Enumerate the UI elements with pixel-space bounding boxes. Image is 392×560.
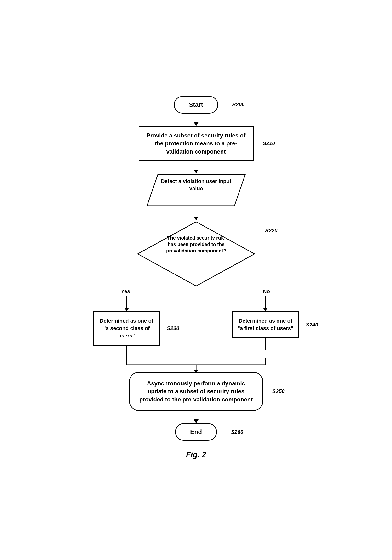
diagram-container: Start S200 Provide a subset of security … — [64, 82, 328, 479]
arrow-4 — [194, 411, 198, 423]
s220-label: S220 — [265, 228, 277, 234]
end-node: End — [175, 423, 217, 441]
merge-lines — [88, 358, 304, 372]
s250-label: S250 — [272, 388, 284, 394]
no-label: No — [263, 288, 270, 295]
yes-arrow: Yes — [121, 288, 132, 311]
s250-node: Asynchronously perform a dynamic update … — [129, 372, 263, 411]
detect-wrap: Detect a violation user input value — [146, 173, 246, 208]
s210-wrap: Provide a subset of security rules of th… — [139, 126, 254, 161]
no-arrow: No — [261, 288, 270, 311]
arrow-1 — [194, 113, 198, 126]
s260-label: S260 — [231, 429, 243, 435]
branch-section: Yes Determined as one of "a second class… — [88, 288, 304, 357]
merge-svg — [88, 358, 304, 372]
diamond-wrap: The violated security rule has been prov… — [136, 220, 256, 288]
diamond-text: The violated security rule has been prov… — [163, 235, 230, 254]
detect-text: Detect a violation user input value — [156, 176, 237, 192]
yes-label: Yes — [121, 288, 130, 295]
s210-node: Provide a subset of security rules of th… — [139, 126, 254, 161]
s250-wrap: Asynchronously perform a dynamic update … — [129, 372, 263, 411]
arrow-2 — [194, 161, 198, 173]
s240-node: Determined as one of "a first class of u… — [232, 311, 299, 338]
s240-label: S240 — [306, 322, 318, 328]
figure-label: Fig. 2 — [186, 450, 206, 459]
diamond-svg: The violated security rule has been prov… — [136, 220, 256, 287]
start-node: Start — [174, 96, 218, 113]
arrow-3 — [194, 208, 198, 220]
end-wrap: End S260 — [175, 423, 217, 441]
s200-label: S200 — [232, 101, 245, 108]
s230-node: Determined as one of "a second class of … — [93, 311, 160, 345]
yes-branch: Yes Determined as one of "a second class… — [88, 288, 165, 357]
detect-parallelogram: Detect a violation user input value — [146, 173, 246, 207]
no-branch: No Determined as one of "a first class o… — [227, 288, 304, 350]
s230-label: S230 — [167, 325, 179, 331]
start-wrap: Start S200 — [174, 96, 218, 113]
s210-label: S210 — [263, 140, 275, 147]
